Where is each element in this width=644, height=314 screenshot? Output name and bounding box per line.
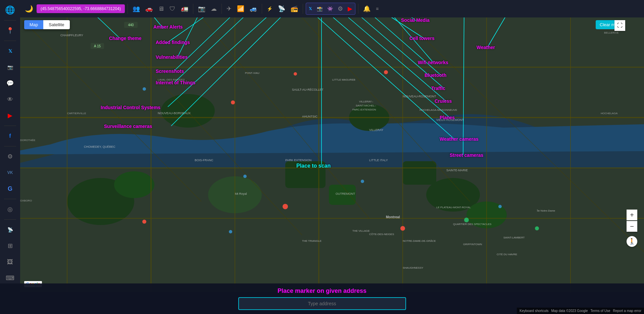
svg-text:SAINTE-MARIE: SAINTE-MARIE bbox=[446, 169, 468, 172]
svg-text:LITTLE MAGUREB: LITTLE MAGUREB bbox=[332, 78, 355, 81]
reddit-toolbar-button[interactable]: 👾 bbox=[325, 4, 335, 14]
svg-text:440: 440 bbox=[128, 23, 134, 27]
address-input-wrapper[interactable] bbox=[238, 297, 406, 310]
svg-rect-6 bbox=[403, 161, 436, 185]
image-sidebar-icon[interactable]: 🖼 bbox=[3, 255, 17, 269]
instagram-toolbar-button[interactable]: 📸 bbox=[315, 4, 325, 14]
svg-point-91 bbox=[384, 70, 388, 74]
car-toolbar-button[interactable]: 🚗 bbox=[143, 4, 155, 14]
map-type-control: Map Satellite bbox=[24, 20, 70, 29]
plane-toolbar-button[interactable]: ✈ bbox=[225, 4, 234, 14]
svg-text:PARC-EXTENSION: PARC-EXTENSION bbox=[352, 108, 376, 111]
svg-text:LE PLATEAU-MONT-ROYAL: LE PLATEAU-MONT-ROYAL bbox=[436, 206, 471, 209]
people-toolbar-button[interactable]: 👥 bbox=[131, 4, 142, 14]
svg-point-94 bbox=[142, 220, 146, 224]
svg-point-1 bbox=[161, 94, 215, 128]
google-sidebar-icon[interactable]: G bbox=[3, 181, 17, 196]
svg-point-90 bbox=[294, 72, 297, 76]
zoom-controls: + − bbox=[627, 210, 637, 232]
svg-point-95 bbox=[229, 230, 232, 233]
svg-text:LITTLE ITALY: LITTLE ITALY bbox=[369, 159, 388, 162]
car2-toolbar-button[interactable]: 🚙 bbox=[248, 4, 259, 14]
bluetooth-toolbar-button[interactable]: ⚡ bbox=[265, 5, 275, 13]
left-sidebar: 🌐 📍 𝕏 📷 💬 👁 ▶ f ⚙ VK G ◎ 📡 ⊞ 🖼 ⌨ bbox=[0, 0, 20, 314]
signal-toolbar-button[interactable]: 📶 bbox=[235, 4, 246, 14]
map-background[interactable]: 440 A 15 bbox=[0, 0, 644, 314]
svg-point-3 bbox=[114, 171, 154, 198]
toolbar-sep-5 bbox=[303, 4, 303, 14]
youtube-sidebar-icon[interactable]: ▶ bbox=[3, 108, 17, 123]
svg-text:PARK EXTENSION: PARK EXTENSION bbox=[285, 159, 311, 162]
svg-text:BOIS-FRANC: BOIS-FRANC bbox=[195, 159, 213, 162]
svg-text:NOTRE-DAME-DE-GRÂCE: NOTRE-DAME-DE-GRÂCE bbox=[403, 239, 436, 242]
target-sidebar-icon[interactable]: ◎ bbox=[3, 202, 17, 217]
social-media-toolbar-group: 𝕏 📸 👾 ⚙ ▶ bbox=[306, 3, 355, 15]
svg-text:Île Notre-Dame: Île Notre-Dame bbox=[537, 209, 555, 212]
svg-text:CHAMPFLEURY: CHAMPFLEURY bbox=[60, 34, 83, 37]
svg-point-96 bbox=[283, 204, 288, 209]
coordinates-button[interactable]: (45.548756540022595, -73.6668884731204) bbox=[37, 4, 125, 13]
zoom-out-button[interactable]: − bbox=[627, 221, 637, 232]
svg-text:CARTIERVILLE: CARTIERVILLE bbox=[67, 112, 86, 115]
instagram-sidebar-icon[interactable]: 📷 bbox=[3, 60, 17, 75]
facebook-sidebar-icon[interactable]: f bbox=[3, 129, 17, 143]
svg-text:VILLERAY–: VILLERAY– bbox=[359, 100, 374, 103]
wifi-toolbar-button[interactable]: 📡 bbox=[276, 4, 287, 14]
fullscreen-button[interactable]: ⛶ bbox=[614, 20, 625, 31]
twitter-toolbar-button[interactable]: 𝕏 bbox=[307, 4, 314, 14]
youtube-toolbar-button[interactable]: ▶ bbox=[346, 4, 354, 14]
svg-text:HOCHELAGA-MAISONNEUVE: HOCHELAGA-MAISONNEUVE bbox=[419, 108, 457, 111]
toolbar-sep-4 bbox=[262, 4, 262, 14]
svg-rect-4 bbox=[285, 161, 326, 188]
svg-text:OUTREMONT: OUTREMONT bbox=[336, 192, 355, 195]
monitor-toolbar-button[interactable]: 🖥 bbox=[156, 4, 166, 14]
zoom-in-button[interactable]: + bbox=[627, 210, 637, 220]
map-data-label: Map data ©2023 Google bbox=[551, 309, 588, 313]
svg-text:SHAUGHNESSY: SHAUGHNESSY bbox=[403, 266, 424, 269]
map-type-satellite-button[interactable]: Satellite bbox=[43, 20, 69, 29]
svg-text:Montreal: Montreal bbox=[386, 215, 400, 219]
scan-sidebar-icon[interactable]: 📡 bbox=[3, 222, 17, 237]
discord-sidebar-icon[interactable]: 💬 bbox=[3, 76, 17, 91]
vk-sidebar-icon[interactable]: VK bbox=[3, 165, 17, 180]
cloud-toolbar-button[interactable]: ☁ bbox=[209, 4, 219, 14]
svg-text:A 15: A 15 bbox=[94, 44, 101, 48]
menu-toolbar-button[interactable]: ≡ bbox=[374, 5, 381, 13]
toolbar-sep-2 bbox=[193, 4, 193, 14]
svg-text:NOUVEAU-ROSEMONT: NOUVEAU-ROSEMONT bbox=[403, 95, 436, 98]
terms-link[interactable]: Terms of Use bbox=[591, 309, 610, 313]
svg-text:GRIFFINTOWN: GRIFFINTOWN bbox=[463, 243, 482, 246]
address-input[interactable] bbox=[244, 301, 400, 306]
notifications-toolbar-button[interactable]: 🔔 bbox=[361, 4, 373, 14]
layers-sidebar-icon[interactable]: ⊞ bbox=[3, 238, 17, 253]
svg-point-88 bbox=[231, 100, 235, 104]
location-sidebar-icon[interactable]: 📍 bbox=[3, 23, 17, 38]
shield-toolbar-button[interactable]: 🛡 bbox=[167, 4, 178, 14]
svg-text:VIEUX-ROSEMONT: VIEUX-ROSEMONT bbox=[436, 118, 464, 122]
svg-point-98 bbox=[464, 218, 469, 222]
app-logo-icon[interactable]: 🌐 bbox=[3, 3, 17, 17]
svg-text:CHOMEDEY, QUÉBEC: CHOMEDEY, QUÉBEC bbox=[84, 145, 115, 148]
toolbar-sep-1 bbox=[128, 4, 128, 14]
svg-text:OXBORO: OXBORO bbox=[20, 199, 32, 202]
svg-text:BELLERIVE: BELLERIVE bbox=[604, 31, 619, 34]
broadcast-toolbar-button[interactable]: 📻 bbox=[289, 4, 300, 14]
svg-text:DOROTHÉE: DOROTHÉE bbox=[20, 139, 35, 142]
svg-text:Mt Royal: Mt Royal bbox=[235, 192, 247, 195]
gear-toolbar-button[interactable]: ⚙ bbox=[336, 4, 345, 14]
settings-sidebar-icon[interactable]: ⚙ bbox=[3, 149, 17, 164]
svg-text:VILLERAY: VILLERAY bbox=[369, 128, 383, 132]
svg-text:AHUNTSIC: AHUNTSIC bbox=[302, 115, 318, 118]
svg-text:THE VILLAGE: THE VILLAGE bbox=[352, 229, 370, 232]
keyboard-shortcuts-link[interactable]: Keyboard shortcuts bbox=[519, 309, 548, 313]
svg-text:CÔTE-DES-NEIGES: CÔTE-DES-NEIGES bbox=[369, 233, 394, 236]
svg-point-99 bbox=[535, 226, 539, 230]
camera-toolbar-button[interactable]: 📷 bbox=[196, 4, 207, 14]
eye-sidebar-icon[interactable]: 👁 bbox=[3, 92, 17, 107]
twitter-sidebar-icon[interactable]: 𝕏 bbox=[3, 44, 17, 58]
report-error-link[interactable]: Report a map error bbox=[613, 309, 641, 313]
theme-toggle-button[interactable]: 🌙 bbox=[23, 3, 35, 14]
pegman-icon[interactable]: 🚶 bbox=[627, 236, 637, 247]
truck-toolbar-button[interactable]: 🚛 bbox=[179, 4, 190, 14]
map-type-map-button[interactable]: Map bbox=[24, 20, 43, 29]
